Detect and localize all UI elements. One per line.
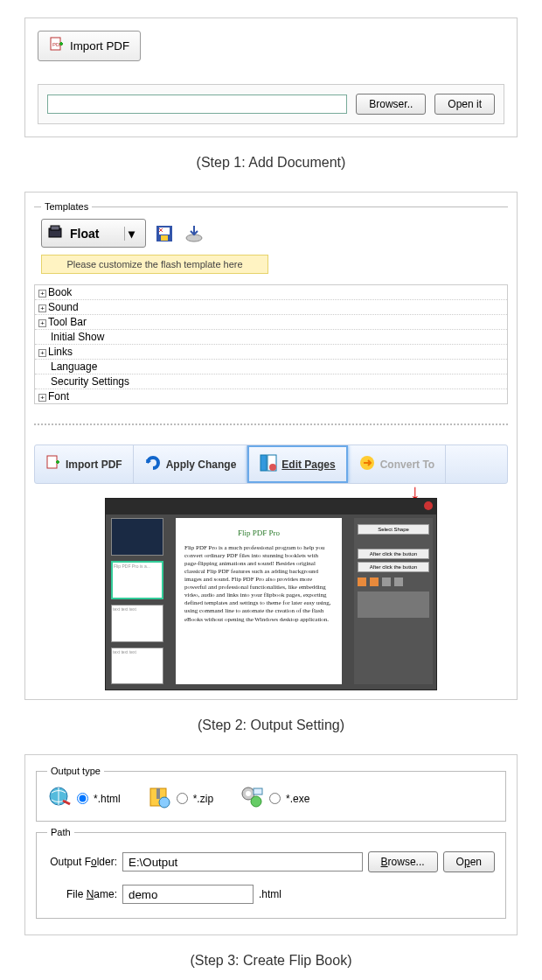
tree-toolbar[interactable]: +Tool Bar	[35, 315, 507, 330]
tree-initial-show[interactable]: Initial Show	[35, 330, 507, 345]
expand-icon: +	[38, 304, 46, 312]
step2-caption: (Step 2: Output Setting)	[0, 718, 542, 733]
float-label: Float	[70, 227, 99, 241]
svg-point-16	[159, 797, 170, 808]
page-editor-screenshot: Flip PDF Pro is a... text text text text…	[105, 498, 437, 690]
save-template-button[interactable]	[153, 222, 176, 245]
template-float-dropdown[interactable]: Float ▾	[41, 219, 146, 248]
import-pdf-label: Import PDF	[70, 39, 129, 52]
filename-input[interactable]	[122, 885, 254, 904]
expand-icon: +	[38, 319, 46, 327]
radio-exe[interactable]	[269, 793, 281, 804]
toolbar-import-button[interactable]: Import PDF	[35, 445, 134, 483]
settings-tree: +Book +Sound +Tool Bar Initial Show +Lin…	[34, 284, 508, 404]
tree-security[interactable]: Security Settings	[35, 374, 507, 389]
thumb-2: Flip PDF Pro is a...	[111, 561, 163, 600]
globe-icon	[47, 785, 72, 812]
radio-zip[interactable]	[177, 793, 188, 804]
exe-icon	[240, 785, 264, 812]
close-icon	[424, 501, 433, 510]
output-legend: Output type	[47, 766, 104, 776]
divider	[34, 424, 508, 425]
toolbar-edit-pages-button[interactable]: Edit Pages	[247, 445, 347, 483]
path-legend: Path	[47, 827, 74, 837]
step3-panel: Output type *.html *.zip *.exe	[24, 754, 518, 935]
edit-pages-icon	[260, 454, 277, 474]
import-pdf-button[interactable]: PDF Import PDF	[38, 31, 141, 61]
thumb-4: text text text	[111, 648, 163, 685]
zip-icon	[147, 785, 171, 812]
main-toolbar: Import PDF Apply Change Edit Pages Conve…	[34, 444, 508, 484]
toolbar-apply-button[interactable]: Apply Change	[134, 445, 248, 483]
side-after-click-2: After click the button	[358, 562, 429, 572]
tree-font[interactable]: +Font	[35, 389, 507, 403]
arrow-down-icon: ↓	[323, 486, 508, 498]
tree-links[interactable]: +Links	[35, 345, 507, 360]
pdf-import-icon	[45, 455, 61, 473]
svg-point-18	[246, 791, 251, 796]
path-fieldset: Path Output Folder: Browse... Open File …	[36, 827, 506, 919]
open-it-button[interactable]: Open it	[434, 94, 495, 115]
svg-rect-15	[156, 788, 160, 799]
chevron-down-icon: ▾	[124, 227, 138, 241]
svg-rect-9	[261, 455, 267, 471]
thumb-3: text text text	[111, 605, 163, 642]
tree-language[interactable]: Language	[35, 360, 507, 374]
export-template-button[interactable]	[183, 222, 205, 245]
step3-caption: (Step 3: Create Flip Book)	[0, 953, 542, 969]
browse-button[interactable]: Browse...	[368, 851, 438, 872]
open-button[interactable]: Open	[443, 851, 495, 872]
opt-zip-label: *.zip	[193, 793, 213, 805]
opt-html-label: *.html	[94, 793, 121, 805]
svg-rect-8	[47, 456, 57, 468]
customize-hint: Please customize the flash template here	[41, 255, 268, 274]
file-ext: .html	[259, 888, 281, 900]
opt-exe-label: *.exe	[286, 793, 309, 805]
side-select-shape: Select Shape	[358, 524, 429, 535]
pdf-import-icon: PDF	[49, 37, 65, 55]
output-folder-label: Output Folder:	[47, 856, 117, 868]
expand-icon: +	[38, 394, 46, 402]
expand-icon: +	[38, 290, 46, 298]
output-type-fieldset: Output type *.html *.zip *.exe	[36, 766, 506, 822]
editor-page-title: Flip PDF Pro	[184, 528, 333, 539]
filename-label: File Name:	[47, 888, 117, 900]
templates-legend: Templates	[41, 201, 92, 212]
convert-icon	[358, 454, 376, 474]
box-icon	[47, 223, 65, 243]
step1-caption: (Step 1: Add Document)	[0, 155, 542, 171]
browser-button[interactable]: Browser..	[356, 94, 426, 115]
side-after-click-1: After click the button	[358, 549, 429, 559]
svg-rect-5	[159, 228, 170, 234]
templates-fieldset: Templates Float ▾ Please customize the f…	[34, 201, 508, 281]
tree-book[interactable]: +Book	[35, 285, 507, 300]
expand-icon: +	[38, 349, 46, 357]
tree-sound[interactable]: +Sound	[35, 300, 507, 315]
svg-point-19	[251, 796, 261, 807]
step2-panel: Templates Float ▾ Please customize the f…	[24, 192, 518, 700]
svg-rect-6	[161, 235, 168, 241]
svg-rect-20	[254, 788, 262, 794]
svg-rect-3	[51, 226, 59, 230]
thumb-1	[111, 518, 163, 556]
radio-html[interactable]	[77, 793, 88, 804]
refresh-icon	[144, 454, 162, 474]
output-folder-input[interactable]	[122, 852, 363, 872]
file-path-input[interactable]	[47, 94, 347, 114]
file-row: Browser.. Open it	[38, 84, 504, 124]
svg-point-11	[269, 464, 276, 471]
editor-page-body: Flip PDF Pro is a much professional prog…	[184, 544, 333, 624]
step1-panel: PDF Import PDF Browser.. Open it	[24, 18, 518, 137]
toolbar-convert-button[interactable]: Convert To	[348, 445, 446, 483]
